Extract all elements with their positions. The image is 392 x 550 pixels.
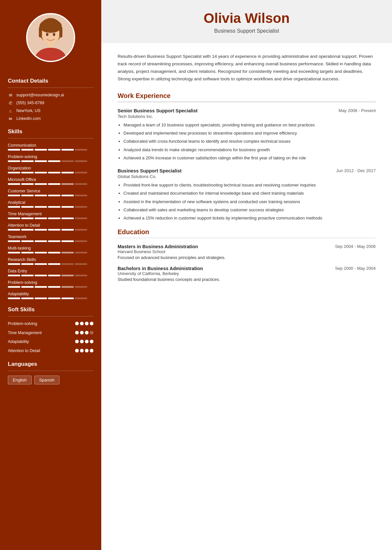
contact-phone: ✆ (555) 345-6789 [8, 100, 93, 105]
skill-bar [8, 183, 93, 185]
skill-dot [80, 331, 84, 334]
skill-bar [8, 263, 93, 265]
skill-bar [8, 298, 93, 299]
job-date: Jun 2012 - Dec 2017 [336, 168, 376, 173]
soft-skills-section-title: Soft Skills [8, 306, 93, 313]
skill-bar [8, 286, 93, 288]
candidate-title: Business Support Specialist [118, 28, 376, 34]
skill-bar [8, 252, 93, 253]
skill-item: Attention to Detail [8, 223, 93, 231]
edu-block: Masters in Business AdministrationSep 20… [118, 244, 376, 260]
work-experience-title: Work Experience [118, 92, 376, 100]
skill-item: Problem-solving [8, 280, 93, 288]
skill-bar [8, 218, 93, 219]
skill-bar [8, 172, 93, 173]
job-block: Business Support SpecialistJun 2012 - De… [118, 168, 376, 222]
edu-description: Studied foundational business concepts a… [118, 277, 376, 282]
skill-item: Multi-tasking [8, 246, 93, 253]
svg-point-10 [51, 32, 55, 34]
skill-bar [8, 275, 93, 276]
skill-name: Problem-solving [8, 154, 93, 159]
job-bullet: Collaborated with sales and marketing te… [123, 206, 376, 213]
linkedin-icon: in [8, 116, 13, 121]
languages-section-title: Languages [8, 361, 93, 367]
language-tags: EnglishSpanish [8, 376, 93, 384]
education-list: Masters in Business AdministrationSep 20… [118, 244, 376, 282]
job-bullet: Managed a team of 10 business support sp… [123, 121, 376, 128]
work-experience-list: Senior Business Support SpecialistMay 20… [118, 108, 376, 222]
svg-point-3 [40, 19, 62, 33]
skills-list: CommunicationProblem-solvingOrganization… [8, 143, 93, 299]
skill-bar [8, 160, 93, 162]
skill-item: Analytical [8, 200, 93, 208]
skill-name: Microsoft Office [8, 177, 93, 182]
skill-name: Adaptability [8, 292, 93, 296]
skill-name: Time Management [8, 212, 93, 216]
skill-name: Multi-tasking [8, 246, 93, 251]
job-bullet: Analyzed data trends to make strategic r… [123, 146, 376, 153]
language-tag: Spanish [34, 376, 59, 384]
dots-wrap [75, 349, 93, 352]
skill-item: Time Management [8, 212, 93, 219]
skill-bar [8, 195, 93, 196]
contact-location: ⌂ NewYork, US [8, 108, 93, 113]
soft-skill-name: Adaptability [8, 339, 75, 345]
skill-dot [75, 331, 79, 334]
header-section: Olivia Wilson Business Support Specialis… [101, 0, 392, 43]
job-bullet: Achieved a 15% reduction in customer sup… [123, 215, 376, 221]
skill-dot [80, 340, 84, 343]
soft-skill-name: Problem-solving [8, 321, 75, 327]
skill-dot [85, 349, 89, 352]
sidebar: Contact Details ✉ support@resumedesign.a… [0, 0, 101, 550]
edu-degree: Bachelors in Business Administration [118, 266, 203, 271]
skill-item: Teamwork [8, 235, 93, 242]
skills-section-title: Skills [8, 128, 93, 135]
education-title: Education [118, 228, 376, 236]
job-title: Business Support Specialist [118, 168, 182, 173]
skill-name: Organization [8, 166, 93, 170]
job-block: Senior Business Support SpecialistMay 20… [118, 108, 376, 162]
skill-item: Microsoft Office [8, 177, 93, 185]
skill-dot [75, 349, 79, 352]
svg-rect-6 [48, 42, 53, 48]
skill-item: Communication [8, 143, 93, 151]
soft-skill-item: Attention to Detail [8, 348, 93, 354]
contact-section-title: Contact Details [8, 78, 93, 84]
skill-item: Data Entry [8, 269, 93, 276]
job-bullets: Managed a team of 10 business support sp… [123, 121, 376, 162]
edu-degree: Masters in Business Administration [118, 244, 198, 249]
skill-dot [85, 331, 89, 334]
job-bullet: Created and maintained documentation for… [123, 190, 376, 197]
location-icon: ⌂ [8, 108, 13, 113]
skill-name: Customer Service [8, 189, 93, 193]
candidate-name: Olivia Wilson [118, 10, 376, 26]
dots-wrap [75, 340, 93, 343]
edu-date: Sep 2004 - May 2006 [335, 244, 376, 249]
dots-wrap [75, 322, 93, 325]
phone-icon: ✆ [8, 100, 13, 105]
job-bullet: Developed and implemented new processes … [123, 130, 376, 137]
main-content: Olivia Wilson Business Support Specialis… [101, 0, 392, 550]
skill-dot [75, 340, 79, 343]
edu-school: University of California, Berkeley [118, 271, 376, 276]
contact-email: ✉ support@resumedesign.ai [8, 92, 93, 98]
soft-skill-item: Adaptability [8, 339, 93, 345]
job-company: Tech Solutions Inc. [118, 114, 376, 119]
svg-point-9 [47, 32, 50, 34]
contact-linkedin: in LinkedIn.com [8, 116, 93, 121]
skill-dot [85, 322, 89, 325]
svg-rect-5 [59, 27, 62, 38]
skill-name: Communication [8, 143, 93, 148]
skill-bar [8, 240, 93, 242]
summary-text: Results-driven Business Support Speciali… [118, 53, 376, 83]
job-bullet: Provided front-line support to clients, … [123, 182, 376, 188]
job-bullet: Achieved a 20% increase in customer sati… [123, 154, 376, 161]
edu-school: Harvard Business School [118, 249, 376, 254]
skill-name: Problem-solving [8, 280, 93, 285]
skill-item: Organization [8, 166, 93, 173]
skill-dot [80, 349, 84, 352]
job-date: May 2008 - Present [339, 108, 376, 113]
skill-dot [90, 349, 93, 352]
skill-item: Problem-solving [8, 154, 93, 162]
job-bullet: Assisted in the implementation of new so… [123, 198, 376, 205]
